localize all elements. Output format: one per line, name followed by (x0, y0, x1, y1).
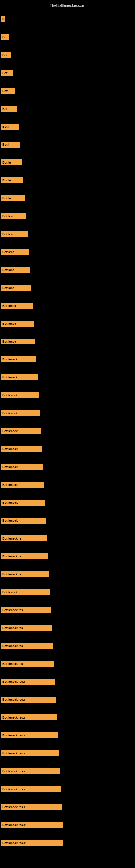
bar-label: Bot (2, 71, 7, 74)
bar: Bottlenec (1, 303, 33, 309)
bar-label: Bottleneck (2, 465, 17, 468)
bar-row: Bottleneck resul (1, 804, 61, 810)
bar: Bottleneck (1, 410, 40, 416)
bar: Bottleneck (1, 392, 39, 398)
bar: Bottlen (1, 231, 28, 237)
bar-label: Bottleneck (2, 447, 17, 451)
bar-row: Bottleneck resul (1, 786, 61, 792)
bar-row: Bottleneck res (1, 607, 51, 613)
bar-row: Bottlenec (1, 303, 33, 309)
bar-row: Bottlenec (1, 339, 35, 344)
bar-label: Bo (2, 35, 6, 39)
bar-label: Bottleneck (2, 358, 17, 361)
bar: Bottleneck (1, 428, 41, 434)
bar-row: Bottleneck r (1, 482, 44, 488)
bar-label: Bottlenec (2, 322, 16, 325)
bar-label: Bottleneck r (2, 483, 20, 486)
bar-row: Bottle (1, 159, 22, 165)
bar-label: Bottleneck result (2, 823, 27, 827)
bar-row: Bottleneck (1, 410, 40, 416)
bar-label: Bottleneck r (2, 501, 20, 504)
bar-row: Bottleneck (1, 446, 42, 452)
bar-row: Bottleneck resul (1, 750, 59, 756)
bar: Bottleneck res (1, 607, 51, 613)
bar-row: Bottl (1, 142, 20, 148)
bar: B (1, 16, 5, 22)
bar-label: Bottleneck resul (2, 770, 26, 773)
bar: Bottleneck res (1, 661, 54, 667)
bar: Bottleneck (1, 356, 36, 362)
bar-row: Bottle (1, 195, 25, 201)
bar-row: Bottleneck r (1, 518, 46, 524)
bar-row: Bottlen (1, 231, 28, 237)
bar-row: Bottlenec (1, 321, 34, 327)
bar-row: Bottleneck (1, 464, 43, 470)
bar-row: Bo (1, 34, 9, 40)
bar: Bottleneck res (1, 643, 53, 649)
bar-label: Bottleneck resu (2, 698, 25, 701)
bar: Bott (1, 106, 17, 112)
bar-label: Bottlene (2, 250, 14, 254)
bar: Bo (1, 34, 9, 40)
bar: Bottleneck resu (1, 679, 55, 685)
bar-label: Bottlenec (2, 340, 16, 343)
bar-label: Bottleneck re (2, 590, 21, 594)
bar-label: Bottleneck resul (2, 805, 26, 809)
bar: Bottleneck resu (1, 696, 56, 703)
bar-row: Bottleneck r (1, 500, 45, 506)
bar-row: Bottleneck (1, 356, 36, 362)
bar-row: Bottleneck res (1, 661, 54, 667)
bar: Bottleneck resul (1, 768, 60, 774)
bar-label: Bottleneck (2, 376, 17, 379)
bar: Bottlenec (1, 339, 35, 344)
bar-label: Bottleneck re (2, 572, 21, 576)
bar: Bottleneck re (1, 535, 47, 541)
bar: Bot (1, 70, 13, 76)
bar-label: Bottleneck resul (2, 734, 26, 737)
bar-row: Bottleneck re (1, 553, 48, 559)
bar-row: Bottleneck result (1, 840, 63, 846)
bar: Bottleneck resul (1, 786, 61, 792)
bar-row: Bottl (1, 124, 18, 130)
bar-row: Bott (1, 88, 15, 94)
bar-row: B (1, 16, 5, 22)
bar: Bottleneck re (1, 553, 48, 559)
bar-row: Bot (1, 52, 11, 58)
bar: Bottlene (1, 267, 30, 273)
bar: Bottleneck r (1, 518, 46, 524)
bar: Bottleneck r (1, 500, 45, 506)
bar: Bottleneck (1, 464, 43, 470)
bar-row: Bott (1, 106, 17, 112)
bar-row: Bottleneck re (1, 535, 47, 541)
bar-row: Bottleneck re (1, 571, 49, 577)
bar-label: Bottlene (2, 286, 14, 289)
bar-row: Bottleneck res (1, 625, 52, 631)
bar-label: Bottleneck res (2, 662, 23, 665)
bar-label: Bottle (2, 179, 11, 182)
bar-label: Bottlene (2, 268, 14, 272)
bar-row: Bottlene (1, 267, 30, 273)
bar: Bottleneck result (1, 840, 63, 846)
bar-label: Bottleneck (2, 429, 17, 433)
bar: Bottl (1, 142, 20, 148)
bar: Bottleneck resul (1, 804, 61, 810)
bar-label: Bottleneck res (2, 609, 23, 612)
bar: Bottleneck r (1, 482, 44, 488)
bar-label: Bottleneck resul (2, 787, 26, 791)
bar-row: Bottleneck res (1, 643, 53, 649)
bar-row: Bottleneck (1, 428, 41, 434)
bar-row: Bot (1, 70, 13, 76)
bar: Bottleneck resu (1, 714, 57, 720)
bar: Bottle (1, 159, 22, 165)
bar: Bottleneck re (1, 589, 50, 595)
bar-row: Bottleneck resu (1, 714, 57, 720)
bar: Bottleneck result (1, 822, 63, 828)
bar-label: Bottle (2, 161, 11, 164)
bar: Bottle (1, 177, 24, 183)
bar-row: Bottlen (1, 213, 26, 219)
bar-label: Bottleneck re (2, 555, 21, 558)
bar: Bottlenec (1, 321, 34, 327)
bar-label: Bottlen (2, 215, 13, 218)
bar: Bot (1, 52, 11, 58)
bar-row: Bottleneck resul (1, 733, 58, 738)
